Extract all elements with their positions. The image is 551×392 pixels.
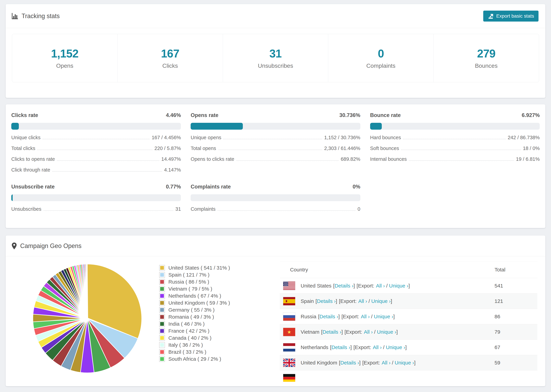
clicks-rate-progress — [11, 123, 181, 130]
legend-item: Romania ( 49 / 3% ) — [159, 313, 230, 320]
stat-row: Hard bounces242 / 86.738% — [370, 135, 540, 140]
bar-chart-icon — [11, 13, 19, 20]
unsubscribe-rate-value: 0.77% — [166, 184, 181, 190]
dotted-leader — [236, 161, 339, 161]
bounces-label: Bounces — [475, 63, 497, 69]
stat-row: Click through rate4.147% — [11, 167, 181, 173]
table-row-partial — [280, 370, 537, 382]
total-value: 67 — [494, 344, 537, 350]
country-column-header: Country — [280, 267, 494, 273]
us-flag-icon — [283, 282, 295, 290]
rates-row-1: Clicks rate 4.46% Unique clicks167 / 4.4… — [11, 112, 540, 173]
complaints-count: 0 — [378, 47, 384, 60]
details-link[interactable]: Details › — [332, 344, 350, 350]
bounce-rate-value: 6.927% — [522, 112, 540, 118]
legend-swatch — [159, 356, 165, 362]
bounces-count: 279 — [477, 47, 495, 60]
export-all-link[interactable]: All › — [361, 314, 370, 319]
dotted-leader — [223, 139, 322, 139]
opens-rate-progress — [191, 123, 360, 130]
unsubscribe-rate-progress — [11, 194, 181, 201]
export-unique-link[interactable]: Unique › — [389, 283, 408, 288]
row-actions: [Details ›][Export:All ›/Unique ›] — [321, 329, 398, 335]
legend-swatch — [159, 342, 165, 348]
row-actions: [Details ›][Export:All ›/Unique ›] — [318, 314, 395, 320]
dotted-leader — [409, 161, 514, 161]
vn-flag-icon — [283, 328, 295, 336]
export-all-link[interactable]: All › — [376, 283, 385, 288]
export-unique-link[interactable]: Unique › — [374, 314, 393, 319]
geo-title: Campaign Geo Opens — [20, 242, 81, 250]
details-link[interactable]: Details › — [335, 283, 353, 288]
unsubscribe-rate-section: Unsubscribe rate 0.77% Unsubscribes31 — [11, 184, 181, 212]
de-flag-icon — [283, 374, 295, 382]
legend-swatch — [159, 300, 165, 306]
export-all-link[interactable]: All › — [364, 329, 373, 335]
export-all-link[interactable]: All › — [358, 298, 367, 304]
legend-swatch — [159, 286, 165, 292]
legend-item: Russia ( 86 / 5% ) — [159, 278, 230, 285]
legend-swatch — [159, 335, 165, 341]
legend-item: United Kingdom ( 59 / 3% ) — [159, 299, 230, 306]
legend-swatch — [159, 321, 165, 327]
complaints-rate-section: Complaints rate 0% Complaints0 — [191, 184, 360, 212]
total-value: 541 — [494, 283, 537, 289]
rates-card: Clicks rate 4.46% Unique clicks167 / 4.4… — [6, 104, 545, 228]
export-unique-link[interactable]: Unique › — [371, 298, 391, 304]
export-basic-stats-button[interactable]: Export basic stats — [483, 11, 538, 21]
dotted-leader — [52, 171, 162, 172]
stat-row: Unsubscribes31 — [11, 206, 181, 212]
country-name: Russia — [301, 314, 316, 320]
table-row: United Kingdom [Details ›][Export:All ›/… — [280, 355, 537, 370]
clicks-rate-section: Clicks rate 4.46% Unique clicks167 / 4.4… — [11, 112, 181, 173]
campaign-geo-opens-card: Campaign Geo Opens United States ( 541 /… — [6, 236, 545, 386]
stat-row: Internal bounces19 / 6.81% — [370, 156, 540, 162]
details-link[interactable]: Details › — [317, 298, 336, 304]
details-link[interactable]: Details › — [319, 314, 338, 319]
geo-opens-pie-chart — [27, 259, 147, 378]
clicks-count: 167 — [161, 47, 179, 60]
export-unique-link[interactable]: Unique › — [395, 360, 414, 365]
country-name: United States — [301, 283, 332, 289]
opens-rate-section: Opens rate 30.736% Unique opens1,152 / 3… — [191, 112, 360, 173]
total-value: 86 — [494, 314, 537, 320]
details-link[interactable]: Details › — [340, 360, 359, 365]
clicks-rate-value: 4.46% — [166, 112, 181, 118]
nl-flag-icon — [283, 343, 295, 351]
ru-flag-icon — [283, 313, 295, 321]
row-actions: [Details ›][Export:All ›/Unique ›] — [316, 298, 392, 304]
legend-swatch — [159, 349, 165, 355]
legend-swatch — [159, 328, 165, 334]
export-all-link[interactable]: All › — [382, 360, 391, 365]
bounce-rate-title: Bounce rate — [370, 112, 401, 118]
complaints-rate-progress — [191, 194, 360, 201]
export-unique-link[interactable]: Unique › — [386, 344, 405, 350]
unsubscribes-label: Unsubscribes — [258, 63, 293, 69]
stat-cell-unsubscribes: 31 Unsubscribes — [223, 34, 328, 82]
legend-swatch — [159, 265, 165, 271]
dotted-leader — [401, 150, 521, 150]
legend-swatch — [159, 272, 165, 278]
opens-label: Opens — [56, 63, 73, 69]
page-title: Tracking stats — [21, 13, 60, 20]
complaints-rate-title: Complaints rate — [191, 184, 231, 190]
legend-swatch — [159, 314, 165, 320]
export-unique-link[interactable]: Unique › — [377, 329, 396, 335]
export-all-link[interactable]: All › — [373, 344, 382, 350]
rates-row-2: Unsubscribe rate 0.77% Unsubscribes31 Co… — [11, 184, 540, 212]
country-name: Vietnam — [301, 329, 319, 335]
legend-item: Spain ( 121 / 7% ) — [159, 271, 230, 278]
opens-rate-title: Opens rate — [191, 112, 218, 118]
stat-row: Total clicks220 / 5.87% — [11, 146, 181, 151]
opens-count: 1,152 — [51, 47, 78, 60]
details-link[interactable]: Details › — [323, 329, 341, 335]
geo-opens-table: Country Total Unite — [280, 261, 537, 382]
country-name: Spain — [301, 298, 314, 304]
table-row: Spain [Details ›][Export:All ›/Unique ›]… — [280, 293, 537, 309]
campaign-stats-page: { "colors": { "accent": "#1789A1", "link… — [0, 0, 551, 392]
total-value: 59 — [494, 360, 537, 366]
legend-item: Brazil ( 33 / 2% ) — [159, 348, 230, 355]
export-icon — [488, 13, 494, 19]
stat-cell-clicks: 167 Clicks — [117, 34, 223, 82]
stat-row: Total opens2,303 / 61.446% — [191, 146, 360, 151]
